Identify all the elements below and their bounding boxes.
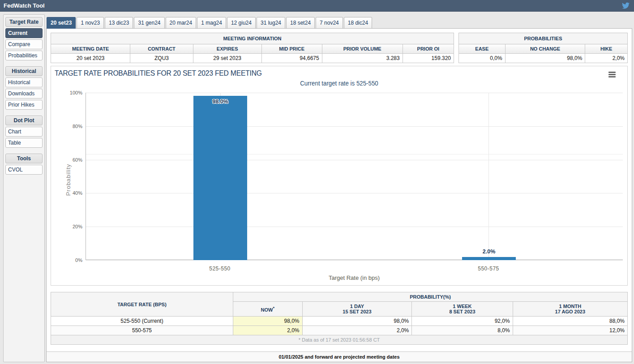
tab-12-giu24[interactable]: 12 giu24 [227, 17, 256, 29]
prior-oi-value: 159.320 [403, 54, 454, 63]
y-tick: 40% [73, 190, 82, 196]
data-as-of-footnote: * Data as of 17 set 2023 01:56:58 CT [51, 335, 628, 345]
col-expires: EXPIRES [193, 44, 261, 54]
chart-menu-icon[interactable] [608, 72, 616, 77]
col-meeting-date: MEETING DATE [51, 44, 130, 54]
sidebar-item-historical[interactable]: Historical [5, 77, 43, 87]
mid-price-value: 94,6675 [261, 54, 322, 63]
tab-20-set23[interactable]: 20 set23 [47, 17, 76, 29]
y-tick: 60% [73, 157, 82, 163]
y-tick: 20% [73, 224, 82, 229]
sidebar-header-dot-plot: Dot Plot [5, 116, 43, 125]
week-cell: 8,0% [412, 326, 513, 335]
sidebar-item-probabilities[interactable]: Probabilities [5, 51, 43, 60]
twitter-icon[interactable] [622, 2, 630, 9]
meeting-information-table: MEETING INFORMATION MEETING DATE CONTRAC… [51, 33, 454, 63]
day-cell: 98,0% [302, 317, 412, 326]
ease-value: 0,0% [459, 54, 505, 63]
titlebar: FedWatch Tool [0, 0, 634, 12]
probabilities-summary-table: PROBABILITIES EASE NO CHANGE HIKE 0,0% 9… [458, 33, 628, 63]
sidebar-header-historical: Historical [5, 66, 43, 76]
plot-grid: 98.0% 2.0% [86, 93, 623, 260]
meeting-date-value: 20 set 2023 [51, 54, 130, 63]
col-1-month: 1 MONTH17 AGO 2023 [513, 302, 627, 317]
col-1-day: 1 DAY15 SET 2023 [302, 302, 412, 317]
sidebar-header-tools: Tools [5, 154, 43, 163]
target-rate-cell: 525-550 (Current) [51, 317, 233, 326]
tab-1-mag24[interactable]: 1 mag24 [197, 17, 226, 29]
probability-detail-table: TARGET RATE (BPS) PROBABILITY(%) NOW* 1 … [51, 292, 628, 345]
main-panel: MEETING INFORMATION MEETING DATE CONTRAC… [46, 28, 632, 362]
sidebar-item-current[interactable]: Current [5, 28, 43, 38]
table-row: 525-550 (Current) 98,0% 98,0% 92,0% 88,0… [51, 317, 628, 326]
month-cell: 88,0% [513, 317, 627, 326]
info-row: MEETING INFORMATION MEETING DATE CONTRAC… [51, 33, 628, 63]
now-cell: 2,0% [233, 326, 303, 335]
bar-label-525-550: 98.0% [193, 98, 247, 105]
col-1-week: 1 WEEK8 SET 2023 [412, 302, 513, 317]
col-contract: CONTRACT [130, 44, 193, 54]
bar-550-575[interactable] [462, 257, 516, 260]
col-no-change: NO CHANGE [505, 44, 585, 54]
tab-31-lug24[interactable]: 31 lug24 [257, 17, 285, 29]
sidebar-item-cvol[interactable]: CVOL [5, 165, 43, 175]
app-title: FedWatch Tool [4, 2, 45, 9]
contract-value: ZQU3 [130, 54, 193, 63]
hike-value: 2,0% [585, 54, 628, 63]
sidebar-item-compare[interactable]: Compare [5, 39, 43, 49]
col-prior-oi: PRIOR OI [403, 44, 454, 54]
fedwatch-app: FedWatch Tool Target RateCurrentCompareP… [0, 0, 634, 364]
x-axis-title: Target Rate (in bps) [86, 274, 623, 281]
target-rate-cell: 550-575 [51, 326, 233, 335]
meeting-info-title: MEETING INFORMATION [51, 33, 454, 44]
projected-dates-note: 01/01/2025 and forward are projected mee… [47, 351, 632, 362]
table-row: 550-575 2,0% 2,0% 8,0% 12,0% [51, 326, 628, 335]
sidebar-item-table[interactable]: Table [5, 138, 43, 148]
x-tick-550-575: 550-575 [462, 266, 515, 272]
col-probability-pct: PROBABILITY(%) [233, 292, 628, 302]
col-now: NOW* [233, 302, 303, 317]
meeting-tabs: 20 set231 nov2313 dic2331 gen2420 mar241… [47, 17, 631, 29]
target-rate-chart: TARGET RATE PROBABILITIES FOR 20 SET 202… [51, 66, 628, 286]
col-prior-volume: PRIOR VOLUME [322, 44, 403, 54]
tab-18-set24[interactable]: 18 set24 [286, 17, 315, 29]
tab-31-gen24[interactable]: 31 gen24 [134, 17, 164, 29]
col-ease: EASE [459, 44, 505, 54]
x-tick-525-550: 525-550 [193, 266, 247, 272]
sidebar-item-chart[interactable]: Chart [5, 127, 43, 137]
chart-title: TARGET RATE PROBABILITIES FOR 20 SET 202… [55, 69, 262, 78]
sidebar-item-prior-hikes[interactable]: Prior Hikes [5, 100, 43, 110]
expires-value: 29 set 2023 [193, 54, 261, 63]
tab-7-nov24[interactable]: 7 nov24 [316, 17, 343, 29]
prior-volume-value: 3.283 [322, 54, 403, 63]
y-tick: 100% [70, 90, 82, 95]
col-mid-price: MID PRICE [261, 44, 322, 54]
day-cell: 2,0% [302, 326, 412, 335]
bar-525-550[interactable] [193, 96, 247, 260]
no-change-value: 98,0% [505, 54, 585, 63]
y-axis-title: Probability [65, 164, 72, 196]
plot-area: Probability 100% 80% 60% 40% 20% 0% [86, 93, 623, 260]
tab-20-mar24[interactable]: 20 mar24 [166, 17, 197, 29]
tab-1-nov23[interactable]: 1 nov23 [77, 17, 104, 29]
col-hike: HIKE [585, 44, 628, 54]
sidebar-header-target-rate: Target Rate [5, 17, 43, 27]
tab-13-dic23[interactable]: 13 dic23 [105, 17, 133, 29]
week-cell: 92,0% [412, 317, 513, 326]
col-target-rate-bps: TARGET RATE (BPS) [51, 292, 233, 317]
now-cell: 98,0% [233, 317, 303, 326]
y-tick: 80% [73, 124, 82, 129]
bar-label-550-575: 2.0% [462, 248, 516, 255]
month-cell: 12,0% [513, 326, 627, 335]
sidebar: Target RateCurrentCompareProbabilitiesHi… [3, 14, 45, 362]
probabilities-title: PROBABILITIES [459, 33, 628, 44]
y-tick: 0% [75, 257, 82, 263]
tab-18-dic24[interactable]: 18 dic24 [344, 17, 372, 29]
chart-subtitle: Current target rate is 525-550 [65, 80, 613, 87]
sidebar-item-downloads[interactable]: Downloads [5, 89, 43, 98]
